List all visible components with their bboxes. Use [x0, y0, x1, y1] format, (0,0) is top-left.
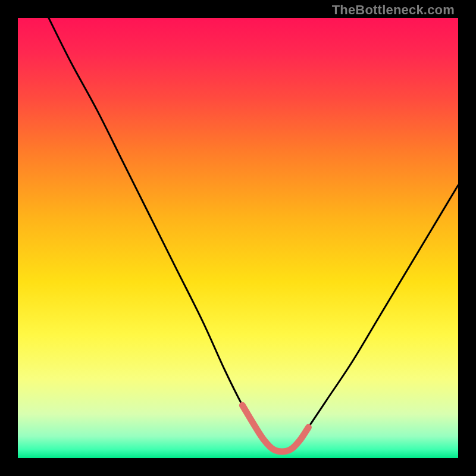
- chart-frame: [18, 18, 458, 458]
- bottleneck-chart: [18, 18, 458, 458]
- watermark-text: TheBottleneck.com: [332, 2, 455, 18]
- gradient-background: [18, 18, 458, 458]
